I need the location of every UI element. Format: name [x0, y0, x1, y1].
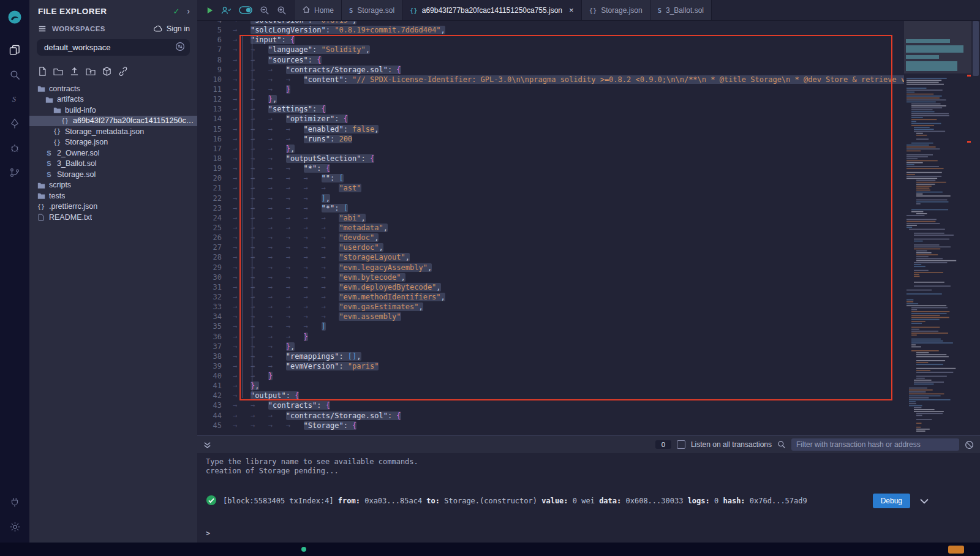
tree-item-3-ballot-sol[interactable]: S3_Ballot.sol: [29, 159, 197, 170]
editor-scrollbar[interactable]: [971, 21, 980, 435]
tree-item-label: Storage.json: [65, 138, 108, 146]
code-line-36: 36→ → → → }: [197, 332, 904, 342]
json-file-icon: {}: [37, 203, 45, 210]
remix-logo-icon[interactable]: [0, 5, 29, 29]
tree-item-label: 3_Ballot.sol: [57, 159, 97, 168]
line-number: 35: [197, 321, 233, 331]
minimap[interactable]: [904, 21, 971, 435]
chevron-right-icon[interactable]: ›: [187, 6, 190, 16]
search-icon[interactable]: [0, 62, 29, 87]
box-icon[interactable]: [102, 67, 111, 76]
deploy-and-run-icon[interactable]: [0, 111, 29, 136]
code-line-18: 18→ → → "outputSelection": {: [197, 154, 904, 163]
upload-folder-icon[interactable]: [86, 67, 96, 76]
minimap-viewport[interactable]: [904, 21, 971, 73]
tab-storage-sol[interactable]: SStorage.sol: [342, 0, 402, 20]
new-folder-icon[interactable]: [53, 67, 63, 76]
git-icon[interactable]: [0, 160, 29, 185]
line-number: 7: [197, 45, 233, 54]
tree-item-storage-sol[interactable]: SStorage.sol: [29, 169, 197, 180]
close-tab-icon[interactable]: ×: [569, 6, 574, 15]
new-file-icon[interactable]: [38, 67, 47, 76]
workspace-select[interactable]: default_workspace: [37, 39, 190, 56]
folder-icon: [37, 85, 45, 92]
folder-icon: [37, 182, 45, 189]
check-icon: ✓: [173, 7, 179, 16]
user-check-icon[interactable]: [221, 6, 232, 15]
line-number: 12: [197, 94, 233, 104]
line-number: 34: [197, 312, 233, 321]
file-explorer-panel: FILE EXPLORER ✓ › WORKSPACES Sign in def…: [29, 0, 197, 543]
solidity-compiler-icon[interactable]: S: [0, 87, 29, 111]
line-number: 22: [197, 193, 233, 203]
clear-console-icon[interactable]: [965, 440, 974, 449]
plugin-manager-icon[interactable]: [0, 490, 29, 514]
tree-item-label: Storage_metadata.json: [65, 127, 144, 136]
tab-3-ballot-sol[interactable]: S3_Ballot.sol: [650, 0, 712, 20]
line-number: 19: [197, 163, 233, 173]
tab-label: Storage.sol: [357, 6, 394, 15]
tree-item-readme-txt[interactable]: README.txt: [29, 212, 197, 223]
tree-item-label: 2_Owner.sol: [57, 149, 99, 157]
tab-home[interactable]: Home: [295, 0, 342, 20]
code-line-44: 44→ → → "contracts/Storage.sol": {: [197, 411, 904, 421]
line-number: 13: [197, 104, 233, 114]
tab-a69b43f277ba20fcac141151250ca755-json[interactable]: {}a69b43f277ba20fcac141151250ca755.json×: [402, 0, 582, 20]
tree-item-a69b43f277ba20fcac141151250ca7[interactable]: {}a69b43f277ba20fcac141151250ca7...: [29, 116, 197, 127]
terminal-search-icon[interactable]: [777, 440, 786, 449]
code-line-32: 32→ → → → → → "evm.methodIdentifiers",: [197, 292, 904, 302]
folder-icon: [53, 107, 61, 113]
link-icon[interactable]: [118, 67, 128, 76]
file-explorer-icon[interactable]: [0, 38, 29, 62]
zoom-out-icon[interactable]: [260, 6, 270, 15]
workspace-name: default_workspace: [44, 43, 110, 52]
status-badge[interactable]: [948, 546, 964, 554]
line-number: 8: [197, 55, 233, 65]
code-line-19: 19→ → → → "*": {: [197, 163, 904, 173]
tree-item-label: Storage.sol: [57, 170, 96, 179]
json-file-icon: {}: [53, 128, 61, 135]
code-line-7: 7→ → "language": "Solidity",: [197, 45, 904, 54]
terminal-prompt[interactable]: >: [206, 529, 210, 538]
debugger-icon[interactable]: [0, 136, 29, 160]
tree-item-storage-json[interactable]: {}Storage.json: [29, 137, 197, 148]
tree-item-storage-metadata-json[interactable]: {}Storage_metadata.json: [29, 126, 197, 137]
listen-all-transactions-checkbox[interactable]: [677, 440, 685, 449]
code-line-38: 38→ → → "remappings": [],: [197, 351, 904, 361]
chevron-down-icon[interactable]: [920, 498, 929, 504]
sign-in-button[interactable]: Sign in: [154, 24, 190, 33]
tree-item-contracts[interactable]: contracts: [29, 83, 197, 94]
run-script-icon[interactable]: [206, 6, 214, 15]
code-line-30: 30→ → → → → → "evm.bytecode",: [197, 272, 904, 282]
status-bar: [0, 543, 980, 556]
debug-button[interactable]: Debug: [873, 494, 910, 508]
tree-item-prettierrc-json[interactable]: {}.prettierrc.json: [29, 201, 197, 212]
expand-terminal-icon[interactable]: [203, 441, 211, 449]
tree-item-tests[interactable]: tests: [29, 190, 197, 201]
tree-item-build-info[interactable]: build-info: [29, 105, 197, 116]
status-dot-icon: [301, 547, 306, 552]
remix-ide-window: S FILE EXPLORER: [0, 0, 980, 556]
upload-file-icon[interactable]: [70, 67, 79, 76]
tree-item-2-owner-sol[interactable]: S2_Owner.sol: [29, 148, 197, 159]
hamburger-menu-icon[interactable]: [38, 24, 47, 33]
tab-storage-json[interactable]: {}Storage.json: [582, 0, 650, 20]
terminal-output[interactable]: Type the library name to see available c…: [197, 453, 980, 543]
code-line-12: 12→ → },: [197, 94, 904, 104]
tab-label: a69b43f277ba20fcac141151250ca755.json: [422, 6, 562, 15]
transaction-log-row[interactable]: [block:5583405 txIndex:4] from: 0xa03...…: [206, 494, 980, 508]
zoom-in-icon[interactable]: [277, 6, 287, 15]
tab-bar: HomeSStorage.sol{}a69b43f277ba20fcac1411…: [197, 0, 980, 21]
line-number: 11: [197, 85, 233, 94]
toggle-icon[interactable]: [239, 6, 252, 14]
settings-gear-icon[interactable]: [0, 514, 29, 539]
code-line-24: 24→ → → → → → "abi",: [197, 213, 904, 223]
transaction-filter-input[interactable]: [791, 438, 959, 451]
tree-item-scripts[interactable]: scripts: [29, 180, 197, 191]
file-tree: contractsartifactsbuild-info{}a69b43f277…: [29, 83, 197, 223]
line-number: 36: [197, 332, 233, 342]
line-number: 43: [197, 400, 233, 410]
tree-item-artifacts[interactable]: artifacts: [29, 94, 197, 105]
code-line-21: 21→ → → → → → "ast": [197, 183, 904, 193]
code-editor[interactable]: 4→ "solcVersion": "0.8.19",5→ "solcLongV…: [197, 21, 980, 435]
